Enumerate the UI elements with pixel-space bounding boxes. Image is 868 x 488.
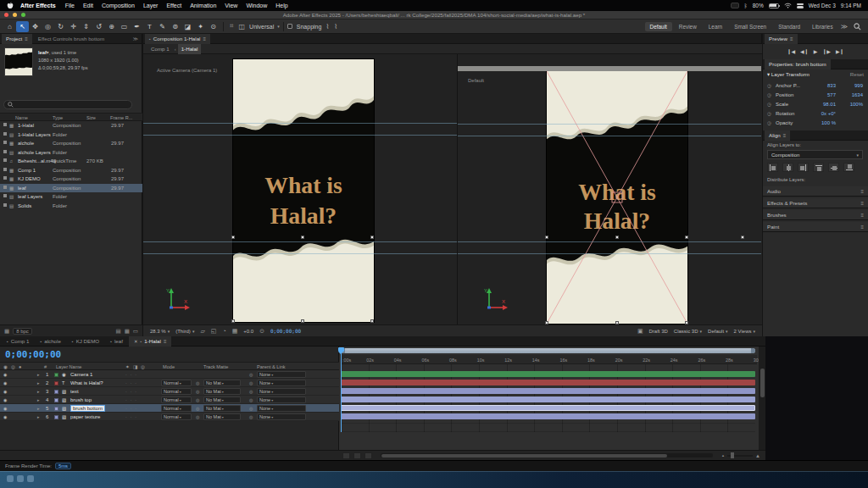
visibility-eye-icon[interactable]: ◉ xyxy=(3,380,7,385)
project-item[interactable]: ▦KJ DEMOComposition29.97 xyxy=(0,175,142,184)
align-bottom-button[interactable] xyxy=(843,163,854,172)
grid-options-icon[interactable]: ⌗ xyxy=(227,22,236,30)
track-matte-dropdown[interactable]: No Mat xyxy=(203,405,241,412)
layer-duration-bar[interactable] xyxy=(341,371,755,377)
expand-in-out-button[interactable] xyxy=(364,452,372,459)
battery-icon[interactable] xyxy=(769,3,779,8)
zoom-in-icon[interactable]: ▲ xyxy=(755,453,760,458)
section-label[interactable]: ▾ Layer Transform xyxy=(767,71,810,77)
layer-color-chip[interactable] xyxy=(54,390,58,394)
expander-icon[interactable]: ▸ xyxy=(37,389,40,394)
column-header-size[interactable]: Size xyxy=(86,115,96,120)
parent-pickwhip-icon[interactable]: ◎ xyxy=(249,380,253,385)
expander-icon[interactable]: ▸ xyxy=(37,414,40,419)
exposure-value[interactable]: +0.0 xyxy=(243,329,253,334)
align-h-center-button[interactable] xyxy=(782,163,793,172)
stopwatch-icon[interactable]: ◷ xyxy=(767,102,771,107)
project-item[interactable]: ▦leafComposition29.97 xyxy=(0,184,142,193)
parent-dropdown[interactable]: None xyxy=(257,413,306,420)
expander-icon[interactable]: ▸ xyxy=(37,380,40,385)
property-value[interactable]: 999 xyxy=(839,83,863,88)
align-v-center-button[interactable] xyxy=(828,163,839,172)
mode-dropdown[interactable]: Normal xyxy=(161,396,192,403)
composition-viewer[interactable]: Active Camera (Camera 1) What is Halal? xyxy=(143,54,762,324)
puppet-pin-tool[interactable]: ⊙ xyxy=(207,21,220,32)
panel-menu-icon[interactable]: ≡ xyxy=(790,36,793,42)
expander-icon[interactable]: ▸ xyxy=(37,397,40,402)
layer-row[interactable]: ◉▸4▨brush top···Normal◎No Mat◎None xyxy=(0,396,339,404)
layer-name[interactable]: paper texture xyxy=(70,414,100,419)
column-header-frame-r-[interactable]: Frame R... xyxy=(110,115,132,120)
selection-handle[interactable] xyxy=(370,236,374,239)
track-matte-header[interactable]: Track Matte xyxy=(203,364,228,369)
reset-button[interactable]: Reset xyxy=(850,71,864,77)
magnification-dropdown[interactable]: 28.3 %▾ xyxy=(150,329,170,334)
workspace-review[interactable]: Review xyxy=(674,22,702,31)
project-item[interactable]: ▤leaf LayersFolder xyxy=(0,192,142,202)
menubar-date[interactable]: Wed Dec 3 xyxy=(809,3,836,8)
safe-margins-icon[interactable]: ▱ xyxy=(200,328,204,335)
close-tab-icon[interactable]: ✕ xyxy=(134,339,138,344)
panel-overflow-icon[interactable]: ≫ xyxy=(133,36,140,42)
menu-file[interactable]: File xyxy=(61,3,79,8)
layer-duration-bar[interactable] xyxy=(341,388,755,394)
screen-recording-icon[interactable] xyxy=(731,3,739,8)
visibility-eye-icon[interactable]: ◉ xyxy=(3,372,7,377)
stopwatch-icon[interactable]: ◷ xyxy=(767,92,771,97)
new-composition-icon[interactable]: ▦ xyxy=(125,328,130,335)
align-left-button[interactable] xyxy=(767,163,778,172)
comp-view-active-camera[interactable]: Active Camera (Camera 1) What is Halal? xyxy=(143,54,458,324)
mode-dropdown[interactable]: Normal xyxy=(161,388,192,395)
selection-handle[interactable] xyxy=(301,236,304,239)
snapping-label[interactable]: Snapping xyxy=(295,24,324,30)
tab-project[interactable]: Project ≡ xyxy=(2,34,32,44)
composition-frame[interactable]: What is Halal? xyxy=(547,71,687,324)
timeline-tab-alchole[interactable]: ▪alchole xyxy=(35,336,65,347)
layer-name[interactable]: What is Halal? xyxy=(70,380,103,385)
selection-tool[interactable]: ↖ xyxy=(16,21,29,32)
selection-handle[interactable] xyxy=(545,321,548,324)
project-item[interactable]: ▦1-HalalComposition29.97 xyxy=(0,121,142,130)
project-item[interactable]: ▦alcholeComposition29.97 xyxy=(0,139,142,148)
workspace-standard[interactable]: Standard xyxy=(773,22,805,31)
playhead[interactable] xyxy=(341,347,342,432)
track-matte-dropdown[interactable]: No Mat xyxy=(203,380,241,386)
panel-tab-paint[interactable]: Paint≡ xyxy=(763,222,868,232)
rotation-tool[interactable]: ↺ xyxy=(92,21,105,32)
time-ruler[interactable]: :00s02s04s06s08s10s12s14s16s18s20s22s24s… xyxy=(341,355,757,364)
panel-tab-brushes[interactable]: Brushes≡ xyxy=(763,210,868,220)
menu-view[interactable]: View xyxy=(220,3,242,8)
project-bit-depth[interactable]: 8 bpc xyxy=(13,328,32,335)
draft-3d-icon[interactable]: ▣ xyxy=(637,328,643,335)
layer-row[interactable]: ◉▸5▨brush bottom···Normal◎No Mat◎None xyxy=(0,404,339,413)
project-search-input[interactable] xyxy=(3,100,132,109)
comp-timecode[interactable]: 0;00;00;00 xyxy=(270,328,301,334)
menubar-time[interactable]: 9:14 PM xyxy=(841,3,861,8)
menu-effect[interactable]: Effect xyxy=(162,3,186,8)
bluetooth-icon[interactable]: ᛒ xyxy=(744,3,748,8)
view-label[interactable]: Default xyxy=(468,78,484,83)
selection-handle[interactable] xyxy=(615,321,619,324)
comp-view-default[interactable]: Default What is Halal? xyxy=(458,54,761,324)
current-timecode[interactable]: 0;00;00;00 xyxy=(5,349,61,360)
zoom-out-icon[interactable]: ▲ xyxy=(721,453,725,458)
pan-behind-tool[interactable]: ⊕ xyxy=(105,21,118,32)
selection-handle[interactable] xyxy=(545,236,548,239)
layer-number-header[interactable]: # xyxy=(44,364,47,369)
hand-tool[interactable]: ✥ xyxy=(29,21,42,32)
mode-dropdown[interactable]: Normal xyxy=(161,380,192,386)
visibility-eye-icon[interactable]: ◉ xyxy=(3,406,7,411)
align-right-button[interactable] xyxy=(798,163,809,172)
wifi-icon[interactable] xyxy=(784,3,792,8)
layer-color-chip[interactable] xyxy=(54,381,58,385)
panel-menu-icon[interactable]: ≡ xyxy=(783,133,787,138)
property-value[interactable]: 0x +0° xyxy=(810,111,836,116)
brush-tool[interactable]: ✎ xyxy=(156,21,169,32)
expand-transfer-controls-button[interactable] xyxy=(353,452,361,459)
workspace-small-screen[interactable]: Small Screen xyxy=(729,22,771,31)
layer-row[interactable]: ◉▸1◉Camera 1···◎None xyxy=(0,370,339,379)
stopwatch-icon[interactable]: ◷ xyxy=(767,83,771,88)
layer-color-chip[interactable] xyxy=(54,398,58,402)
first-frame-button[interactable]: ❙◀ xyxy=(787,48,795,54)
snap-options2-icon[interactable]: ⌇ xyxy=(331,23,340,30)
